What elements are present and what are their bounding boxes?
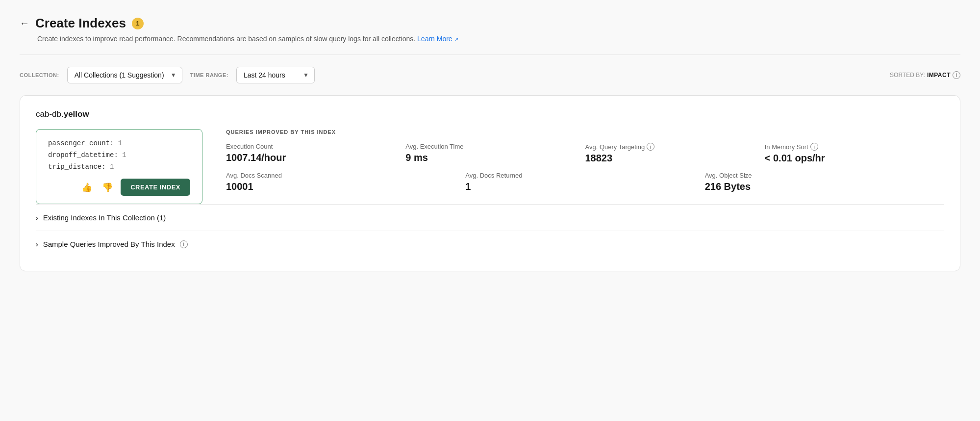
metric-execution-count: Execution Count 1007.14/hour	[226, 143, 405, 164]
field-line-3: trip_distance: 1	[48, 163, 190, 171]
back-button[interactable]: ←	[20, 18, 29, 29]
metric-execution-count-label: Execution Count	[226, 143, 405, 150]
field-line-1: passenger_count: 1	[48, 139, 190, 147]
field-line-2: dropoff_datetime: 1	[48, 151, 190, 159]
count-badge: 1	[132, 18, 144, 29]
metric-avg-docs-returned-label: Avg. Docs Returned	[465, 172, 704, 179]
time-range-select[interactable]: Last 24 hours	[236, 67, 315, 83]
metric-avg-object-size-label: Avg. Object Size	[705, 172, 944, 179]
metric-avg-object-size-value: 216 Bytes	[705, 181, 944, 192]
thumbs-up-button[interactable]: 👍	[79, 180, 94, 195]
create-index-button[interactable]: CREATE INDEX	[121, 179, 190, 196]
filters-row: COLLECTION: All Collections (1 Suggestio…	[20, 67, 960, 83]
metric-avg-docs-scanned-value: 10001	[226, 181, 465, 192]
existing-indexes-chevron-icon: ›	[36, 214, 38, 222]
sorted-by-info-icon[interactable]: i	[953, 71, 960, 79]
metrics-section: QUERIES IMPROVED BY THIS INDEX Execution…	[226, 129, 944, 192]
time-range-label: TIME RANGE:	[190, 72, 228, 78]
collection-select-wrapper: All Collections (1 Suggestion) ▼	[67, 67, 182, 83]
metric-in-memory-sort: In Memory Sort i < 0.01 ops/hr	[765, 143, 944, 164]
metric-avg-query-targeting-value: 18823	[585, 153, 765, 164]
sorted-by-value: IMPACT	[927, 72, 951, 79]
subtitle-text: Create indexes to improve read performan…	[37, 35, 960, 43]
index-fields-box: passenger_count: 1 dropoff_datetime: 1 t…	[36, 129, 202, 204]
existing-indexes-label: Existing Indexes In This Collection (1)	[43, 213, 166, 222]
sample-queries-info-icon[interactable]: i	[180, 240, 188, 248]
collection-select[interactable]: All Collections (1 Suggestion)	[67, 67, 182, 83]
thumbs-down-button[interactable]: 👎	[100, 180, 115, 195]
time-range-select-wrapper: Last 24 hours ▼	[236, 67, 315, 83]
query-targeting-info-icon[interactable]: i	[647, 143, 654, 151]
metrics-title: QUERIES IMPROVED BY THIS INDEX	[226, 129, 944, 135]
index-actions: 👍 👎 CREATE INDEX	[48, 179, 190, 196]
index-card: cab-db.yellow passenger_count: 1 dropoff…	[20, 95, 960, 271]
collection-label: COLLECTION:	[20, 72, 59, 78]
metrics-grid-row2: Avg. Docs Scanned 10001 Avg. Docs Return…	[226, 172, 944, 192]
sample-queries-chevron-icon: ›	[36, 240, 38, 248]
page-title: Create Indexes	[35, 16, 126, 31]
header-divider	[20, 54, 960, 55]
metric-avg-docs-scanned: Avg. Docs Scanned 10001	[226, 172, 465, 192]
sample-queries-label: Sample Queries Improved By This Index	[43, 240, 175, 248]
metric-avg-query-targeting-label: Avg. Query Targeting i	[585, 143, 765, 151]
collection-name: cab-db.yellow	[36, 109, 944, 119]
metric-avg-docs-returned-value: 1	[465, 181, 704, 192]
metric-in-memory-sort-value: < 0.01 ops/hr	[765, 153, 944, 164]
in-memory-sort-info-icon[interactable]: i	[810, 143, 818, 151]
index-content: passenger_count: 1 dropoff_datetime: 1 t…	[36, 129, 944, 204]
metric-avg-execution-time-value: 9 ms	[405, 152, 585, 163]
metric-avg-object-size: Avg. Object Size 216 Bytes	[705, 172, 944, 192]
metric-execution-count-value: 1007.14/hour	[226, 152, 405, 163]
sorted-by-label: SORTED BY:	[890, 72, 925, 79]
metric-avg-docs-scanned-label: Avg. Docs Scanned	[226, 172, 465, 179]
metric-avg-docs-returned: Avg. Docs Returned 1	[465, 172, 704, 192]
existing-indexes-row[interactable]: › Existing Indexes In This Collection (1…	[36, 204, 944, 231]
metric-avg-execution-time-label: Avg. Execution Time	[405, 143, 585, 150]
metric-in-memory-sort-label: In Memory Sort i	[765, 143, 944, 151]
sorted-by: SORTED BY: IMPACT i	[890, 71, 960, 79]
metric-avg-execution-time: Avg. Execution Time 9 ms	[405, 143, 585, 164]
sample-queries-row[interactable]: › Sample Queries Improved By This Index …	[36, 231, 944, 257]
metrics-grid-row1: Execution Count 1007.14/hour Avg. Execut…	[226, 143, 944, 164]
metric-avg-query-targeting: Avg. Query Targeting i 18823	[585, 143, 765, 164]
learn-more-link[interactable]: Learn More	[417, 35, 458, 43]
